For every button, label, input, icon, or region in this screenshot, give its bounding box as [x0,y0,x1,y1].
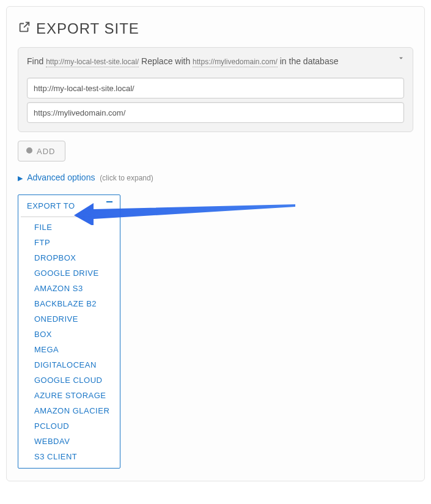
export-destination-item[interactable]: FTP [18,235,120,250]
export-destination-item[interactable]: ONEDRIVE [18,311,120,327]
export-destination-item[interactable]: PCLOUD [18,418,120,434]
advanced-options-label: Advanced options [27,172,95,182]
export-to-header[interactable]: EXPORT TO [18,195,120,217]
export-destination-item[interactable]: AMAZON S3 [18,281,120,296]
advanced-options-row[interactable]: ▶ Advanced options (click to expand) [18,172,413,182]
triangle-right-icon: ▶ [18,174,23,182]
advanced-options-hint: (click to expand) [100,174,153,182]
export-destination-item[interactable]: AMAZON GLACIER [18,403,120,418]
minus-icon [106,201,112,202]
add-button[interactable]: ADD [18,141,65,161]
export-to-label: EXPORT TO [27,201,75,210]
chevron-down-icon [397,54,405,64]
export-destination-item[interactable]: BACKBLAZE B2 [18,296,120,311]
export-destination-item[interactable]: DROPBOX [18,250,120,265]
add-button-label: ADD [37,147,55,156]
find-label: Find [27,56,43,66]
collapse-toggle[interactable] [397,54,405,64]
export-site-panel: EXPORT SITE Find http://my-local-test-si… [6,6,425,481]
export-icon [18,20,31,37]
find-replace-summary: Find http://my-local-test-site.local/ Re… [27,55,404,68]
find-input[interactable] [27,78,404,98]
replace-url-token: https://mylivedomain.com/ [193,57,278,67]
export-destination-item[interactable]: DIGITALOCEAN [18,357,120,372]
export-destination-item[interactable]: BOX [18,327,120,342]
export-destination-item[interactable]: S3 CLIENT [18,449,120,464]
export-destination-item[interactable]: FILE [18,220,120,235]
export-destination-item[interactable]: GOOGLE CLOUD [18,372,120,388]
page-title-text: EXPORT SITE [36,20,139,37]
find-url-token: http://my-local-test-site.local/ [46,57,139,67]
replace-label: Replace with [141,56,190,66]
export-destination-item[interactable]: MEGA [18,342,120,357]
summary-suffix: in the database [280,56,339,66]
export-destination-list: FILEFTPDROPBOXGOOGLE DRIVEAMAZON S3BACKB… [18,217,120,468]
export-destination-item[interactable]: GOOGLE DRIVE [18,265,120,281]
export-destination-item[interactable]: WEBDAV [18,434,120,449]
replace-input[interactable] [27,102,404,123]
export-destination-item[interactable]: AZURE STORAGE [18,388,120,403]
export-to-dropdown: EXPORT TO FILEFTPDROPBOXGOOGLE DRIVEAMAZ… [18,195,120,469]
page-title: EXPORT SITE [18,20,413,37]
plus-icon [26,147,33,156]
find-replace-box: Find http://my-local-test-site.local/ Re… [18,47,413,132]
export-to-wrap: EXPORT TO FILEFTPDROPBOXGOOGLE DRIVEAMAZ… [18,195,413,469]
